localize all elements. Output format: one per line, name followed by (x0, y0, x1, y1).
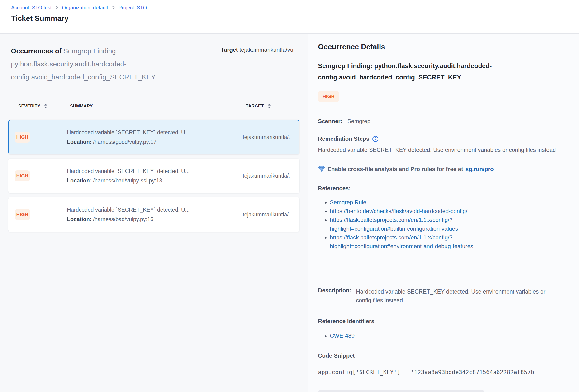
reference-item: Semgrep Rule (330, 198, 510, 207)
reference-item: https://bento.dev/checks/flask/avoid-har… (330, 207, 510, 216)
horizontal-scrollbar[interactable] (318, 390, 484, 392)
page-header: Account: STO test Organization: default … (0, 0, 579, 34)
details-title: Occurrence Details (318, 43, 579, 51)
breadcrumb: Account: STO test Organization: default … (11, 5, 579, 10)
references-label: References: (318, 185, 579, 192)
occurrence-row[interactable]: HIGH Hardcoded variable `SECRET_KEY` det… (8, 159, 299, 193)
reference-identifiers-label: Reference Identifiers (318, 318, 579, 325)
page-title: Ticket Summary (11, 14, 579, 23)
summary-cell: Hardcoded variable `SECRET_KEY` detected… (67, 207, 243, 223)
description-text: Hardcoded variable SECRET_KEY detected. … (356, 287, 553, 305)
summary-text: Hardcoded variable `SECRET_KEY` detected… (67, 129, 243, 136)
column-header-target[interactable]: TARGET (246, 103, 299, 109)
remediation-text: Hardcoded variable SECRET_KEY detected. … (318, 145, 563, 154)
column-header-summary: SUMMARY (70, 104, 246, 109)
description-label: Description: (318, 287, 351, 305)
reference-link[interactable]: Semgrep Rule (330, 199, 366, 206)
scanner-row: Scanner: Semgrep (318, 118, 579, 125)
target-cell: tejakummarikuntla/. (243, 173, 299, 179)
reference-item: https://flask.palletsprojects.com/en/1.1… (330, 216, 510, 233)
breadcrumb-account-link[interactable]: Account: STO test (11, 5, 52, 10)
location-line: Location: /harness/good/vulpy.py:17 (67, 139, 243, 145)
main-content: Occurrences of Semgrep Finding: python.f… (0, 34, 579, 392)
scanner-label: Scanner: (318, 118, 343, 124)
location-label: Location: (67, 216, 92, 222)
remediation-header: Remediation Steps (318, 135, 579, 142)
reference-link[interactable]: https://bento.dev/checks/flask/avoid-har… (330, 208, 467, 214)
location-label: Location: (67, 177, 92, 184)
diamond-icon (318, 165, 325, 173)
sort-arrows-icon[interactable] (267, 103, 271, 109)
target-cell: tejakummarikuntla/. (243, 211, 299, 218)
location-line: Location: /harness/bad/vulpy-ssl.py:13 (67, 177, 243, 184)
target-value: tejakummarikuntla/vu (239, 47, 293, 53)
column-header-severity-label: SEVERITY (18, 104, 40, 109)
summary-text: Hardcoded variable `SECRET_KEY` detected… (67, 207, 243, 213)
summary-cell: Hardcoded variable `SECRET_KEY` detected… (67, 129, 243, 145)
reference-identifiers-list: CWE-489 (318, 331, 579, 340)
reference-identifier-item: CWE-489 (330, 331, 579, 340)
occurrences-table-body: HIGH Hardcoded variable `SECRET_KEY` det… (8, 120, 299, 232)
code-snippet: app.config['SECRET_KEY'] = '123aa8a93bdd… (318, 369, 579, 376)
column-header-severity[interactable]: SEVERITY (18, 103, 70, 109)
promo-text: Enable cross-file analysis and Pro rules… (328, 166, 463, 172)
occurrence-row[interactable]: HIGH Hardcoded variable `SECRET_KEY` det… (8, 120, 299, 155)
promo-line: Enable cross-file analysis and Pro rules… (318, 165, 579, 173)
sort-arrows-icon[interactable] (44, 103, 48, 109)
occurrences-header: Occurrences of Semgrep Finding: python.f… (8, 34, 299, 84)
summary-cell: Hardcoded variable `SECRET_KEY` detected… (67, 168, 243, 184)
breadcrumb-project-link[interactable]: Project: STO (119, 5, 147, 10)
target-label: Target (221, 47, 238, 53)
occurrences-table-header: SEVERITY SUMMARY TARGET (8, 103, 299, 109)
chevron-right-icon (112, 5, 115, 10)
occurrences-title-prefix: Occurrences of (11, 47, 62, 55)
reference-item: https://flask.palletsprojects.com/en/1.1… (330, 233, 510, 251)
location-value: /harness/good/vulpy.py:17 (93, 139, 156, 145)
severity-badge: HIGH (15, 132, 30, 143)
cwe-link[interactable]: CWE-489 (330, 333, 355, 339)
references-list: Semgrep Rule https://bento.dev/checks/fl… (318, 198, 579, 251)
finding-title: Semgrep Finding: python.flask.security.a… (318, 60, 546, 83)
info-circle-icon[interactable] (372, 136, 378, 142)
occurrence-details-panel: Occurrence Details Semgrep Finding: pyth… (308, 34, 579, 392)
code-snippet-label: Code Snippet (318, 352, 579, 359)
location-label: Location: (67, 139, 92, 145)
description-row: Description: Hardcoded variable SECRET_K… (318, 287, 579, 305)
severity-badge: HIGH (15, 209, 30, 220)
breadcrumb-organization-link[interactable]: Organization: default (62, 5, 108, 10)
location-line: Location: /harness/bad/vulpy.py:16 (67, 216, 243, 223)
column-header-target-label: TARGET (246, 104, 264, 109)
summary-text: Hardcoded variable `SECRET_KEY` detected… (67, 168, 243, 174)
target-summary: Target tejakummarikuntla/vu (221, 47, 308, 53)
remediation-label: Remediation Steps (318, 135, 369, 142)
column-header-summary-label: SUMMARY (70, 104, 93, 109)
scanner-value: Semgrep (347, 118, 370, 124)
location-value: /harness/bad/vulpy-ssl.py:13 (93, 177, 162, 184)
chevron-right-icon (55, 5, 58, 10)
reference-link[interactable]: https://flask.palletsprojects.com/en/1.1… (330, 217, 458, 232)
promo-link[interactable]: sg.run/pro (465, 166, 494, 172)
location-value: /harness/bad/vulpy.py:16 (93, 216, 153, 222)
occurrences-title: Occurrences of Semgrep Finding: python.f… (11, 45, 215, 84)
severity-badge: HIGH (318, 91, 339, 102)
reference-link[interactable]: https://flask.palletsprojects.com/en/1.1… (330, 234, 473, 249)
severity-badge: HIGH (15, 170, 30, 181)
target-cell: tejakummarikuntla/. (243, 134, 299, 140)
occurrence-row[interactable]: HIGH Hardcoded variable `SECRET_KEY` det… (8, 197, 299, 232)
occurrences-panel: Occurrences of Semgrep Finding: python.f… (0, 34, 308, 392)
